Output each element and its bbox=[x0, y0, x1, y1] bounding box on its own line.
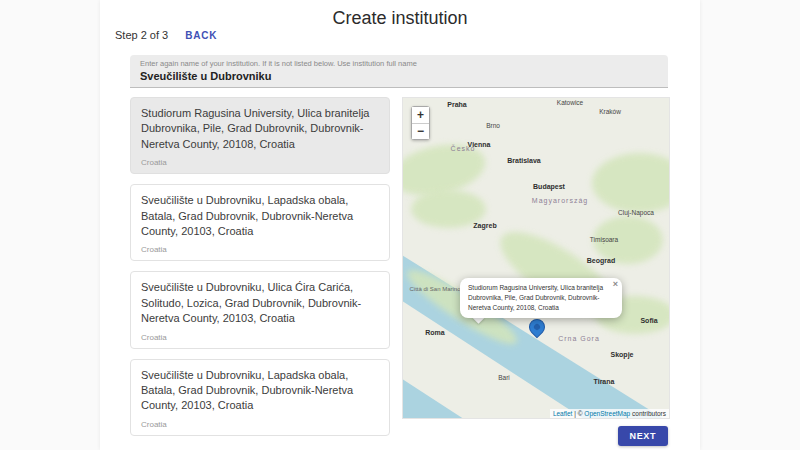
institution-search-field[interactable]: Enter again name of your institution. If… bbox=[130, 55, 668, 88]
result-item[interactable]: Sveučilište u Dubrovniku, Lapadska obala… bbox=[130, 359, 390, 436]
map-attribution: Leaflet | © OpenStreetMap contributors bbox=[550, 409, 669, 418]
map-label: Tirana bbox=[594, 378, 615, 385]
next-button[interactable]: NEXT bbox=[618, 426, 668, 446]
results-list: Studiorum Ragusina University, Ulica bra… bbox=[130, 97, 390, 446]
main-card: Create institution Step 2 of 3 BACK Ente… bbox=[100, 0, 700, 450]
map-label: Bratislava bbox=[507, 157, 540, 164]
leaflet-link[interactable]: Leaflet bbox=[553, 410, 573, 417]
map-label: Beograd bbox=[587, 257, 615, 264]
zoom-out-button[interactable]: − bbox=[412, 123, 429, 139]
popup-text: Studiorum Ragusina University, Ulica bra… bbox=[468, 283, 608, 313]
map-label: Sofia bbox=[640, 317, 657, 324]
result-item[interactable]: Sveučilište u Dubrovniku, Lapadska obala… bbox=[130, 184, 390, 261]
search-helper-text: Enter again name of your institution. If… bbox=[140, 59, 658, 68]
map-label: Brno bbox=[486, 122, 500, 129]
map-label: Crna Gora bbox=[558, 335, 600, 342]
step-row: Step 2 of 3 BACK bbox=[115, 29, 217, 41]
attribution-separator: | © bbox=[572, 410, 584, 417]
result-address: Sveučilište u Dubrovniku, Lapadska obala… bbox=[141, 368, 379, 414]
map-label: Bari bbox=[498, 374, 510, 381]
map-label: Zagreb bbox=[473, 222, 496, 229]
zoom-control: + − bbox=[411, 106, 430, 140]
map-label: Skopje bbox=[611, 351, 634, 358]
map-popup: Studiorum Ragusina University, Ulica bra… bbox=[460, 278, 622, 318]
map-label: Roma bbox=[425, 329, 444, 336]
map[interactable]: PrahaKatowiceKrakówBrnoČeskoViennaBratis… bbox=[402, 97, 670, 419]
popup-close-icon[interactable]: × bbox=[613, 279, 618, 289]
openstreetmap-link[interactable]: OpenStreetMap bbox=[584, 410, 630, 417]
back-button[interactable]: BACK bbox=[185, 30, 217, 41]
zoom-in-button[interactable]: + bbox=[412, 107, 429, 123]
map-labels: PrahaKatowiceKrakówBrnoČeskoViennaBratis… bbox=[403, 98, 669, 418]
result-country: Croatia bbox=[141, 245, 379, 254]
result-country: Croatia bbox=[141, 333, 379, 342]
map-label: Budapest bbox=[533, 183, 565, 190]
page-title: Create institution bbox=[100, 0, 700, 29]
attribution-tail: contributors bbox=[630, 410, 666, 417]
result-item[interactable]: Sveučilište u Dubrovniku, Ulica Ćira Car… bbox=[130, 271, 390, 348]
map-label: Katowice bbox=[557, 99, 583, 106]
search-input[interactable] bbox=[140, 68, 658, 82]
content-row: Studiorum Ragusina University, Ulica bra… bbox=[130, 97, 670, 446]
result-item[interactable]: Studiorum Ragusina University, Ulica bra… bbox=[130, 97, 390, 174]
map-label: Timișoara bbox=[590, 236, 618, 243]
map-marker-dot bbox=[533, 323, 541, 331]
map-label: Vienna bbox=[468, 141, 491, 148]
result-address: Sveučilište u Dubrovniku, Ulica Ćira Car… bbox=[141, 280, 379, 326]
map-label: Kraków bbox=[599, 108, 621, 115]
result-country: Croatia bbox=[141, 158, 379, 167]
result-address: Sveučilište u Dubrovniku, Lapadska obala… bbox=[141, 193, 379, 239]
map-label: Cluj-Napoca bbox=[618, 209, 654, 216]
step-indicator: Step 2 of 3 bbox=[115, 29, 168, 41]
result-country: Croatia bbox=[141, 420, 379, 429]
map-label: Praha bbox=[447, 101, 466, 108]
map-label: Città di San Marino bbox=[409, 286, 460, 292]
map-label: Magyarország bbox=[532, 197, 588, 204]
result-address: Studiorum Ragusina University, Ulica bra… bbox=[141, 106, 379, 152]
